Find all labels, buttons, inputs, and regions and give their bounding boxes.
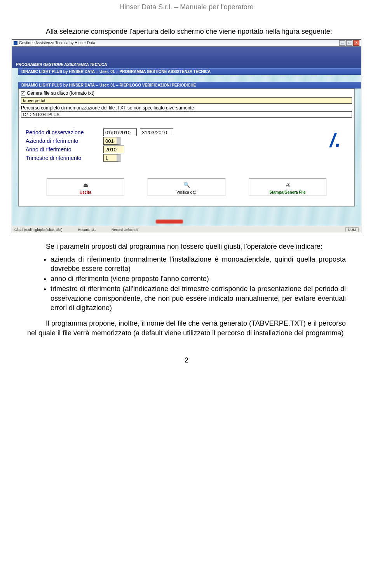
page-number: 2	[0, 341, 373, 368]
periodo-label: Periodo di osservazione	[26, 129, 103, 135]
maximize-button[interactable]: □	[346, 40, 352, 46]
trimestre-select[interactable]: 1	[103, 154, 121, 162]
verify-icon: 🔍	[183, 182, 190, 188]
azienda-label: Azienda di riferimento	[26, 138, 103, 144]
parameters-form: Periodo di osservazione 01/01/2010 31/03…	[19, 121, 354, 174]
anno-label: Anno di riferimento	[26, 146, 103, 153]
minimize-button[interactable]: —	[339, 40, 345, 46]
azienda-select[interactable]: 001	[103, 137, 121, 145]
generate-file-label: Genera file su disco (formato txt)	[27, 90, 94, 96]
list-item: trimestre di riferimento (all'indicazion…	[51, 284, 346, 312]
app-window: Gestione Assistenza Tecnica by Hinser Da…	[12, 39, 361, 233]
titlebar-text: Gestione Assistenza Tecnica by Hinser Da…	[19, 41, 95, 45]
main-menubar: PROGRAMMA GESTIONE ASSISTENZA TECNICA	[12, 47, 361, 68]
bullet-list: azienda di riferimento (normalmente l'in…	[0, 255, 373, 313]
uscita-button-label: Uscita	[80, 190, 91, 194]
titlebar: Gestione Assistenza Tecnica by Hinser Da…	[12, 40, 361, 47]
periodo-to-input[interactable]: 31/03/2010	[140, 128, 173, 136]
document-header: Hinser Data S.r.l. – Manuale per l'opera…	[0, 0, 373, 27]
window-subtitle-2: DINAMIC LIGHT PLUS by HINSER DATA -- Use…	[18, 82, 361, 88]
paragraph-2: Se i parametri proposti dal programma no…	[0, 242, 373, 254]
path-input[interactable]: C:\DINLIGHTPLUS	[21, 111, 352, 118]
verifica-button-label: Verifica dati	[176, 190, 197, 194]
generate-file-checkbox[interactable]: ✓	[21, 91, 25, 95]
status-lock: Record Unlocked	[112, 228, 138, 232]
status-record: Record: 1/1	[78, 228, 96, 232]
menu-label[interactable]: PROGRAMMA GESTIONE ASSISTENZA TECNICA	[16, 62, 107, 67]
status-num: NUM	[345, 227, 359, 232]
status-bar: Cltasi (c:\dinlightplus\cltasi.dbf) Reco…	[12, 226, 361, 233]
trimestre-label: Trimestre di riferimento	[26, 155, 103, 161]
list-item: azienda di riferimento (normalmente l'in…	[51, 255, 346, 274]
paragraph-3: Il programma propone, inoltre, il nome d…	[0, 313, 373, 341]
status-file: Cltasi (c:\dinlightplus\cltasi.dbf)	[14, 228, 63, 232]
path-label: Percorso completo di memorizzazione del …	[19, 104, 354, 111]
uscita-button[interactable]: ⏏ Uscita	[47, 178, 124, 196]
list-item: anno di riferimento (viene proposto l'an…	[51, 274, 346, 283]
background-footer-area: /.	[12, 206, 361, 226]
periodo-from-input[interactable]: 01/01/2010	[103, 128, 137, 136]
stampa-button-label: Stampa/Genera File	[269, 190, 305, 194]
window-subtitle-1: DINAMIC LIGHT PLUS by HINSER DATA -- Use…	[18, 68, 361, 75]
app-icon	[14, 41, 17, 45]
print-icon: 🖨	[285, 182, 290, 188]
anno-input[interactable]: 2010	[103, 146, 124, 153]
exit-icon: ⏏	[83, 182, 88, 188]
decorative-red-mark	[156, 220, 183, 224]
decorative-slash-icon: /.	[330, 129, 345, 144]
form-panel: ✓ Genera file su disco (formato txt) tab…	[18, 88, 355, 206]
filename-input[interactable]: tabverpe.txt	[21, 97, 352, 104]
stampa-button[interactable]: 🖨 Stampa/Genera File	[249, 178, 326, 196]
verifica-button[interactable]: 🔍 Verifica dati	[148, 178, 225, 196]
close-button[interactable]: ✕	[353, 40, 359, 46]
intro-paragraph: Alla selezione corrisponde l'apertura de…	[0, 27, 373, 39]
action-button-row: ⏏ Uscita 🔍 Verifica dati 🖨 Stampa/Genera…	[19, 174, 354, 206]
screenshot-figure: Gestione Assistenza Tecnica by Hinser Da…	[0, 39, 373, 242]
